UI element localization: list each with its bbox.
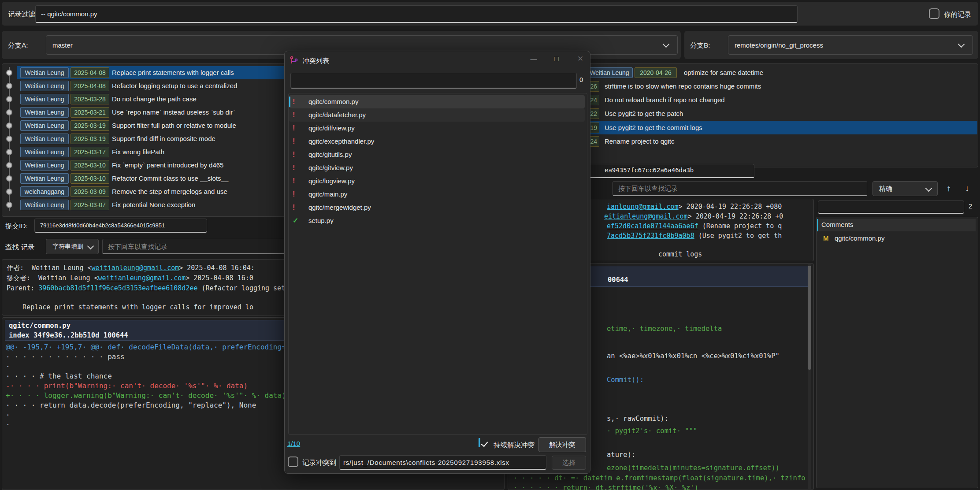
commit-message[interactable]: optimize for same datetime bbox=[684, 66, 763, 79]
conflict-item[interactable]: !qgitc/logview.py bbox=[289, 174, 585, 188]
commit-date: 2025-03-17 bbox=[71, 147, 109, 157]
email-link[interactable]: weitianleung@gmail.com bbox=[98, 274, 186, 282]
conflict-item[interactable]: ✓setup.py bbox=[289, 214, 585, 227]
graph-node-icon bbox=[6, 122, 12, 129]
close-icon[interactable]: ✕ bbox=[572, 52, 589, 66]
find-type-combobox[interactable]: 字符串增删 bbox=[46, 239, 99, 254]
log-conflicts-checkbox[interactable] bbox=[288, 457, 298, 467]
graph-node-icon bbox=[6, 83, 12, 89]
commit-date: 2025-03-10 bbox=[71, 173, 109, 184]
email-link[interactable]: eitianleung@gmail.com bbox=[604, 212, 688, 220]
file-list-item[interactable]: M qgitc/common.py bbox=[817, 233, 976, 245]
branch-b-panel: 分支B: remotes/origin/no_git_process bbox=[684, 31, 978, 59]
commit-date: 2025-03-28 bbox=[71, 94, 109, 104]
commit-message[interactable]: Use pygit2 to get the patch bbox=[605, 107, 683, 120]
conflict-item[interactable]: !qgitc/diffview.py bbox=[289, 122, 585, 135]
diff-line: · bbox=[6, 362, 10, 371]
commit-date: 2025-03-09 bbox=[71, 186, 109, 197]
commit-author: Weitian Leung bbox=[20, 160, 69, 171]
log-path-input-box bbox=[339, 455, 546, 470]
conflict-item-selected[interactable]: !qgitc/common.py bbox=[289, 95, 585, 108]
commit-message[interactable]: Do not reload branch if repo not changed bbox=[605, 93, 725, 107]
hash-link[interactable]: 7acd5b375f231fc0b9a0b8 bbox=[607, 232, 694, 240]
code-line: · · · · · · return· dt.strftime('%x· %X·… bbox=[513, 484, 808, 490]
minimize-icon[interactable]: — bbox=[525, 52, 542, 66]
file-group-header[interactable]: Comments bbox=[817, 219, 976, 231]
email-link[interactable]: weitianleung@gmail.com bbox=[92, 264, 179, 272]
commit-message[interactable]: Do not change the path case bbox=[112, 93, 197, 106]
commit-author: Weitian Leung bbox=[20, 147, 69, 157]
hash-link[interactable]: ef52d0ca1de07144aa6ae6f bbox=[607, 222, 698, 230]
commit-author: Weitian Leung bbox=[586, 67, 633, 78]
conflict-item[interactable]: !qgitc/gitutils.py bbox=[289, 148, 585, 161]
commit-message[interactable]: Refactor Commit class to use __slots__ bbox=[112, 172, 228, 185]
maximize-icon[interactable]: □ bbox=[548, 52, 565, 66]
commit-message[interactable]: Fix wrong filePath bbox=[112, 145, 164, 159]
graph-node-icon bbox=[6, 189, 12, 195]
commit-date: 2025-03-19 bbox=[71, 120, 109, 131]
scrollbar-thumb[interactable] bbox=[808, 266, 811, 370]
email-link[interactable]: ianleung@gmail.com bbox=[607, 203, 679, 211]
parent-hash-link[interactable]: 3960bacb81d5f11f96ce5d3153eafbee6108d2ee bbox=[38, 284, 197, 292]
commit-message[interactable]: Replace print statements with logger cal… bbox=[112, 66, 234, 79]
resolve-button[interactable]: 解决冲突 bbox=[538, 437, 586, 452]
modified-badge: M bbox=[823, 234, 829, 242]
commit-id-input[interactable] bbox=[35, 219, 207, 232]
find-input-box-b bbox=[612, 181, 867, 196]
commit-message[interactable]: Rename project to qgitc bbox=[605, 135, 674, 148]
branch-a-label: 分支A: bbox=[8, 41, 28, 50]
branch-b-combobox[interactable]: remotes/origin/no_git_process bbox=[728, 35, 973, 55]
find-next-button[interactable]: ↓ bbox=[960, 181, 975, 196]
graph-node-icon bbox=[6, 175, 12, 182]
graph-node-icon bbox=[6, 149, 12, 155]
conflict-filter-box bbox=[290, 73, 577, 89]
conflict-item[interactable]: !qgitc/excepthandler.py bbox=[289, 135, 585, 148]
commit-author: Weitian Leung bbox=[20, 134, 69, 144]
diff-line: · bbox=[6, 420, 10, 430]
diff-scrollbar[interactable] bbox=[808, 264, 811, 490]
diff-line: · · · · return data.decode(preferEncodin… bbox=[6, 401, 256, 410]
diff-index-line: index 34f9e36..2bb510d 100644 bbox=[9, 331, 128, 339]
find-prev-button[interactable]: ↑ bbox=[941, 181, 956, 196]
commit-message[interactable]: Remove the step of mergelogs and use bbox=[112, 185, 227, 198]
conflict-filter-input[interactable] bbox=[291, 73, 576, 88]
code-line: ature): bbox=[607, 451, 635, 459]
conflict-item[interactable]: !qgitc/mergewidget.py bbox=[289, 201, 585, 214]
commit-message-body: Replace print statements with logger cal… bbox=[7, 303, 253, 311]
commit-message[interactable]: strftime is too slow when repo contains … bbox=[605, 80, 761, 93]
commit-message[interactable]: Use pygit2 to get the commit logs bbox=[605, 121, 702, 134]
commit-message[interactable]: Fix `empty` parent introduced by d465 bbox=[112, 159, 223, 172]
branch-b-label: 分支B: bbox=[690, 41, 710, 50]
commit-message[interactable]: Support find diff in composite mode bbox=[112, 132, 215, 145]
commit-author: Weitian Leung bbox=[20, 67, 69, 78]
keep-resolving-label: 持续解决冲突 bbox=[494, 441, 535, 450]
commit-date: 2025-03-10 bbox=[71, 160, 109, 171]
commit-message[interactable]: Fix potential None exception bbox=[112, 198, 195, 212]
commit-message[interactable]: Use `repo name` instead useless `sub dir… bbox=[112, 106, 235, 119]
choose-button[interactable]: 选择 bbox=[552, 456, 586, 470]
resolved-icon: ✓ bbox=[293, 214, 298, 227]
graph-node-icon bbox=[6, 136, 12, 142]
file-filter-input[interactable] bbox=[818, 201, 964, 213]
conflict-icon: ! bbox=[293, 108, 295, 122]
conflict-progress-link[interactable]: 1/10 bbox=[287, 440, 300, 447]
keep-resolving-checkbox[interactable] bbox=[479, 438, 480, 447]
filter-input[interactable] bbox=[36, 6, 797, 22]
conflict-item[interactable]: !qgitc/datafetcher.py bbox=[289, 108, 585, 122]
conflict-item[interactable]: !qgitc/main.py bbox=[289, 188, 585, 201]
conflict-icon: ! bbox=[293, 174, 295, 188]
accent-bar bbox=[817, 219, 818, 231]
match-mode-combobox[interactable]: 精确 bbox=[872, 181, 938, 196]
conflict-item[interactable]: !qgitc/gitview.py bbox=[289, 161, 585, 174]
commit-message[interactable]: Refactor logging setup to use a centrali… bbox=[112, 79, 237, 93]
your-commits-checkbox[interactable] bbox=[929, 8, 939, 19]
conflict-filter-count: 0 bbox=[579, 76, 583, 83]
conflict-icon: ! bbox=[293, 201, 295, 214]
graph-node-icon bbox=[6, 109, 12, 115]
find-label: 查找 记录 bbox=[5, 243, 34, 252]
log-path-input[interactable] bbox=[340, 456, 546, 469]
commit-message[interactable]: Support filter full path or relative to … bbox=[112, 119, 236, 132]
your-commits-label: 你的记录 bbox=[944, 10, 971, 19]
commit-author: Weitian Leung bbox=[20, 120, 69, 131]
find-input-b[interactable] bbox=[613, 182, 867, 195]
